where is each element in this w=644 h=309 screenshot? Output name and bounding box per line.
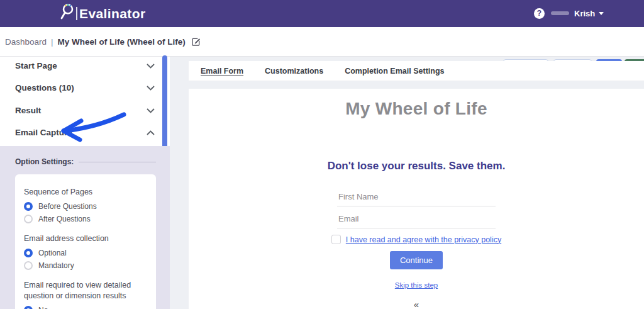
skip-step-link[interactable]: Skip this step (395, 281, 438, 289)
user-name: Krish (574, 9, 595, 18)
breadcrumb-separator: | (51, 37, 53, 47)
privacy-agree-row: I have read and agree with the privacy p… (189, 235, 644, 244)
sidebar-item-result[interactable]: Result (15, 104, 155, 116)
radio-selected-icon[interactable] (24, 249, 33, 257)
sidebar-item-email-capture[interactable]: Email Capture (15, 126, 155, 138)
app-logo[interactable]: Evalinator (60, 0, 146, 27)
breadcrumb-dashboard[interactable]: Dashboard (5, 37, 47, 47)
tab-email-form[interactable]: Email Form (201, 67, 243, 76)
preview-subtitle: Don't lose your results. Save them. (189, 160, 644, 172)
app-header: Evalinator ? Krish (0, 0, 644, 27)
breadcrumb-current: My Wheel of Life (Wheel of Life) (58, 37, 186, 47)
sidebar-item-label: Start Page (15, 61, 57, 70)
continue-button-wrap: Continue (189, 251, 644, 269)
privacy-checkbox[interactable] (331, 235, 341, 244)
radio-after-questions[interactable]: After Questions (24, 215, 148, 223)
user-avatar (551, 11, 569, 15)
radio-selected-icon[interactable] (24, 202, 33, 211)
option-settings-card: Sequence of Pages Before Questions After… (15, 174, 156, 309)
first-name-input[interactable] (337, 189, 496, 206)
chevron-down-icon (147, 104, 155, 116)
skip-step-wrap: Skip this step (189, 281, 644, 289)
email-capture-tab-bar: Email Form Customizations Completion Ema… (189, 61, 644, 81)
group-label-email-collection: Email address collection (24, 233, 148, 244)
page-title: My Wheel of Life (189, 99, 644, 119)
radio-optional[interactable]: Optional (24, 249, 148, 257)
help-icon[interactable]: ? (534, 8, 545, 19)
radio-selected-icon[interactable] (24, 306, 33, 309)
first-name-field-wrap (337, 189, 496, 206)
radio-unselected-icon[interactable] (24, 261, 33, 270)
sidebar-item-questions[interactable]: Questions (10) (15, 81, 155, 94)
tab-completion-email-settings[interactable]: Completion Email Settings (345, 67, 444, 76)
continue-button[interactable]: Continue (390, 251, 443, 269)
privacy-policy-link[interactable]: I have read and agree with the privacy p… (346, 235, 501, 244)
breadcrumb-bar: Dashboard | My Wheel of Life (Wheel of L… (0, 27, 644, 57)
magnifier-icon (60, 3, 75, 25)
divider-line (79, 162, 156, 162)
edit-pencil-icon[interactable] (191, 37, 201, 47)
chevron-up-icon (147, 126, 155, 138)
option-settings-title: Option Settings: (15, 157, 74, 166)
radio-label: Optional (38, 249, 67, 257)
sidebar-item-label: Email Capture (15, 128, 72, 137)
group-label-email-required: Email required to view detailed question… (24, 280, 148, 301)
logo-text: Evalinator (79, 6, 146, 21)
radio-before-questions[interactable]: Before Questions (24, 202, 148, 211)
sidebar-item-label: Questions (10) (15, 83, 74, 93)
sidebar-item-label: Result (15, 106, 41, 115)
option-settings-header: Option Settings: (15, 157, 156, 166)
radio-unselected-icon[interactable] (24, 215, 33, 223)
chevron-down-icon (147, 82, 155, 93)
radio-label: Mandatory (38, 261, 74, 270)
user-menu[interactable]: Krish (574, 0, 604, 27)
option-settings-panel: Option Settings: Sequence of Pages Befor… (0, 146, 170, 309)
breadcrumb: Dashboard | My Wheel of Life (Wheel of L… (5, 27, 201, 57)
radio-mandatory[interactable]: Mandatory (24, 261, 148, 270)
chevron-down-icon (147, 60, 155, 71)
radio-label: Before Questions (38, 202, 97, 211)
sidebar-nav: Start Page Questions (10) Result Email C… (0, 57, 170, 146)
collapse-chevrons[interactable]: « (189, 299, 644, 309)
logo-divider (76, 7, 77, 20)
group-label-sequence: Sequence of Pages (24, 187, 148, 198)
tab-customizations[interactable]: Customizations (265, 67, 323, 76)
sidebar-item-start-page[interactable]: Start Page (15, 59, 155, 72)
email-input[interactable] (337, 211, 496, 228)
email-field-wrap (337, 211, 496, 228)
caret-down-icon (599, 12, 604, 15)
radio-label: After Questions (38, 215, 91, 223)
radio-no[interactable]: No (24, 306, 148, 309)
radio-label: No (38, 306, 48, 309)
email-form-preview: My Wheel of Life Don't lose your results… (189, 89, 644, 309)
